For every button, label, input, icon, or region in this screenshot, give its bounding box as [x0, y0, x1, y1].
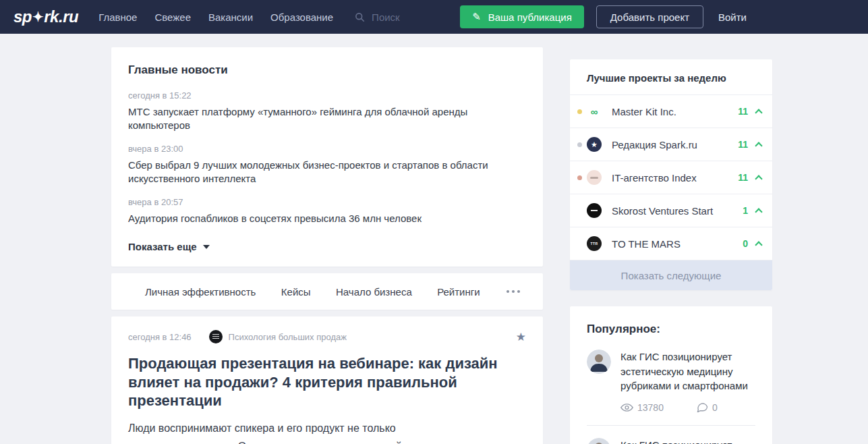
project-name: TO THE MARS: [612, 238, 743, 250]
news-item: сегодня в 15:22 МТС запускает платформу …: [128, 90, 526, 132]
category-tabs: Личная эффективность Кейсы Начало бизнес…: [111, 273, 543, 310]
chevron-up-icon[interactable]: [755, 175, 762, 182]
project-name: Редакция Spark.ru: [612, 139, 738, 150]
more-tabs-button[interactable]: [505, 286, 521, 297]
chevron-up-icon[interactable]: [755, 208, 762, 215]
show-more-label: Показать еще: [128, 241, 197, 252]
popular-title: Популярное:: [587, 323, 755, 336]
tab-business-start[interactable]: Начало бизнеса: [336, 286, 412, 298]
project-row-skorost-ventures[interactable]: Skorost Ventures Start 1: [570, 194, 772, 227]
best-projects-title: Лучшие проекты за неделю: [570, 59, 772, 95]
news-time: сегодня в 15:22: [128, 90, 526, 101]
views-count: 13780: [637, 402, 664, 413]
status-dot: [577, 209, 582, 213]
project-score: 1: [743, 205, 748, 216]
popular-card: Популярное: Как ГИС позиционирует эстети…: [570, 306, 772, 444]
news-time: вчера в 23:00: [128, 144, 526, 154]
news-time: вчера в 20:57: [128, 197, 526, 207]
project-name: Master Kit Inc.: [612, 106, 738, 117]
comments-icon: [696, 402, 708, 412]
skorost-ventures-logo-icon: [587, 203, 602, 218]
to-the-mars-logo-icon: TTR: [587, 236, 602, 251]
main-news-card: Главные новости сегодня в 15:22 МТС запу…: [111, 47, 543, 267]
project-score: 0: [743, 238, 748, 249]
project-score: 11: [738, 172, 748, 183]
main-menu: Главное Свежее Вакансии Образование: [98, 11, 351, 23]
logo[interactable]: sp ✦ rk.ru: [13, 7, 78, 26]
news-section-title: Главные новости: [128, 63, 526, 77]
show-next-button[interactable]: Показать следующие: [570, 260, 772, 290]
pencil-icon: ✎: [472, 11, 481, 23]
article-excerpt: Люди воспринимают спикера и его продукт …: [128, 419, 433, 444]
news-headline-link[interactable]: МТС запускает платформу «туманного» гейм…: [128, 105, 526, 132]
sidebar: Лучшие проекты за неделю ∞ Master Kit In…: [570, 34, 772, 444]
logo-text-left: sp: [13, 7, 32, 26]
status-dot: [577, 109, 582, 114]
project-row-index-agency[interactable]: IT-агентство Index 11: [570, 161, 772, 194]
nav-item-obrazovanie[interactable]: Образование: [270, 11, 333, 23]
project-row-to-the-mars[interactable]: TTR TO THE MARS 0: [570, 227, 772, 260]
chevron-up-icon[interactable]: [755, 142, 762, 149]
chevron-up-icon[interactable]: [755, 109, 762, 116]
popular-item: Как ГИС позиционирует: [587, 438, 755, 444]
news-item: вчера в 23:00 Сбер выбрал 9 лучших молод…: [128, 144, 526, 186]
news-headline-link[interactable]: Аудитория госпабликов в соцсетях превыси…: [128, 212, 526, 225]
logo-star-icon: ✦: [32, 10, 43, 24]
news-headline-link[interactable]: Сбер выбрал 9 лучших молодежных бизнес-п…: [128, 159, 526, 186]
search-input[interactable]: [370, 11, 444, 24]
popular-item-stats: 13780 0: [620, 402, 755, 413]
project-score: 11: [738, 139, 748, 150]
index-agency-logo-icon: [587, 170, 602, 185]
login-link[interactable]: Войти: [718, 11, 747, 23]
favorite-star-icon[interactable]: ★: [516, 331, 526, 343]
author-avatar[interactable]: [209, 330, 223, 343]
tab-ratings[interactable]: Рейтинги: [437, 286, 480, 298]
author-link[interactable]: Психология больших продаж: [229, 332, 347, 342]
status-dot: [577, 175, 582, 180]
views-eye-icon: [620, 403, 633, 412]
status-dot: [577, 242, 582, 246]
project-row-master-kit[interactable]: ∞ Master Kit Inc. 11: [570, 95, 772, 128]
master-kit-logo-icon: ∞: [587, 104, 602, 119]
article-title[interactable]: Продающая презентация на вебинаре: как д…: [128, 354, 506, 410]
search-box[interactable]: [355, 11, 444, 24]
nav-item-vakansii[interactable]: Вакансии: [208, 11, 253, 23]
your-publication-button[interactable]: ✎ Ваша публикация: [460, 5, 584, 28]
chevron-up-icon[interactable]: [755, 241, 762, 248]
project-row-spark-editorial[interactable]: ★ Редакция Spark.ru 11: [570, 128, 772, 161]
top-navbar: sp ✦ rk.ru Главное Свежее Вакансии Образ…: [0, 0, 868, 34]
avatar[interactable]: [587, 350, 611, 374]
popular-item-title[interactable]: Как ГИС позиционирует эстетическую медиц…: [620, 350, 755, 393]
caret-down-icon: [203, 245, 210, 249]
article-card: сегодня в 12:46 Психология больших прода…: [111, 316, 543, 444]
news-item: вчера в 20:57 Аудитория госпабликов в со…: [128, 197, 526, 225]
main-column: Главные новости сегодня в 15:22 МТС запу…: [111, 34, 543, 444]
your-publication-label: Ваша публикация: [488, 11, 572, 23]
spark-editorial-logo-icon: ★: [587, 137, 602, 152]
article-meta: сегодня в 12:46 Психология больших прода…: [128, 330, 526, 343]
nav-item-glavnoe[interactable]: Главное: [98, 11, 137, 23]
article-time: сегодня в 12:46: [128, 332, 192, 342]
comments-count: 0: [712, 402, 718, 413]
logo-text-right: rk.ru: [44, 7, 78, 26]
project-name: IT-агентство Index: [612, 172, 738, 184]
show-more-link[interactable]: Показать еще: [128, 241, 210, 252]
avatar[interactable]: [587, 438, 611, 444]
tab-cases[interactable]: Кейсы: [281, 286, 311, 298]
divider: [587, 425, 755, 426]
add-project-button[interactable]: Добавить проект: [596, 5, 703, 28]
popular-item: Как ГИС позиционирует эстетическую медиц…: [587, 350, 755, 393]
tab-personal-effectiveness[interactable]: Личная эффективность: [145, 286, 256, 298]
search-icon: [355, 12, 370, 22]
popular-item-title[interactable]: Как ГИС позиционирует: [620, 438, 732, 444]
project-score: 11: [738, 106, 748, 117]
best-projects-card: Лучшие проекты за неделю ∞ Master Kit In…: [570, 59, 772, 290]
project-name: Skorost Ventures Start: [612, 205, 743, 217]
nav-item-svezhee[interactable]: Свежее: [154, 11, 191, 23]
status-dot: [577, 142, 582, 147]
